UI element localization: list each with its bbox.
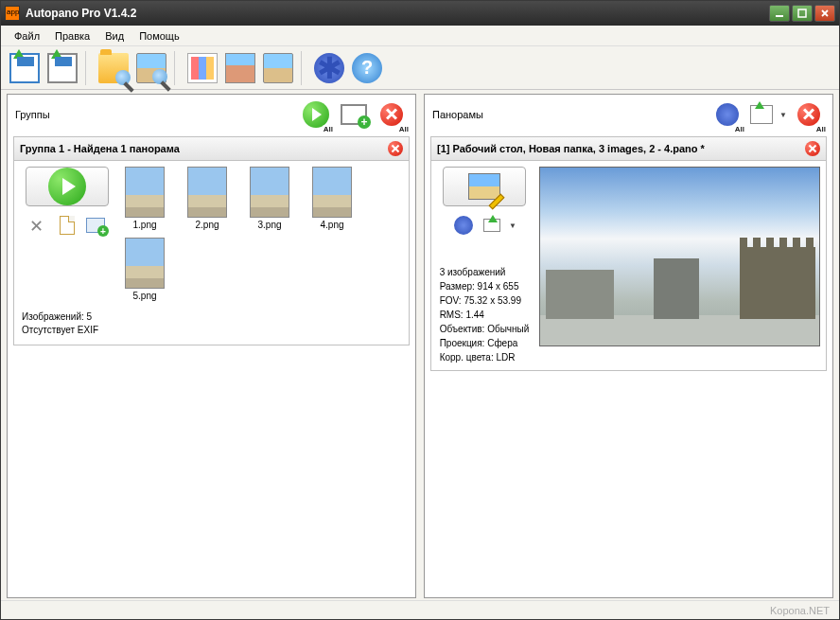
app-icon <box>5 6 20 21</box>
panorama-body: ▼ 3 изображений Размер: 914 x 655 FOV: 7… <box>431 161 826 370</box>
close-panorama-button[interactable] <box>805 141 820 156</box>
render-panorama-button[interactable] <box>452 214 475 237</box>
detect-group-button[interactable] <box>26 167 109 206</box>
groups-label: Группы <box>15 109 50 120</box>
window-buttons <box>769 5 835 22</box>
thumbnail-label: 2.png <box>195 220 219 230</box>
panorama-preview[interactable] <box>539 167 820 346</box>
thumbnail[interactable]: 3.png <box>247 167 292 230</box>
group-tool-row <box>27 214 107 237</box>
preview-building <box>654 258 699 319</box>
toolbar-separator <box>174 51 180 85</box>
close-group-button[interactable] <box>388 141 403 156</box>
thumbnail-label: 5.png <box>132 291 156 301</box>
save-template-button[interactable] <box>44 50 80 86</box>
panorama-title: [1] Рабочий стол, Новая папка, 3 images,… <box>437 143 705 154</box>
group-title: Группа 1 - Найдена 1 панорама <box>20 143 180 154</box>
view-strip-button[interactable] <box>222 50 258 86</box>
thumbnail-image <box>125 167 165 218</box>
panorama-box: [1] Рабочий стол, Новая папка, 3 images,… <box>430 136 827 371</box>
preview-building <box>546 270 614 319</box>
thumbnail[interactable]: 2.png <box>184 167 230 230</box>
group-footer: Изображений: 5 Отсутствует EXIF <box>14 307 409 345</box>
info-lens: Объектив: Обычный <box>440 322 530 336</box>
export-button[interactable] <box>749 102 774 127</box>
info-size: Размер: 914 x 655 <box>440 279 530 293</box>
work-area: Группы All All Группа 1 - Найдена 1 пано… <box>1 90 839 600</box>
group-settings-button[interactable] <box>27 214 50 237</box>
main-toolbar <box>1 46 839 90</box>
thumbnail[interactable]: 5.png <box>122 238 167 301</box>
panoramas-panel-header: Панорамы All ▼ All <box>425 95 832 134</box>
view-pano-button[interactable] <box>260 50 296 86</box>
panoramas-panel: Панорамы All ▼ All [1] Рабочий стол, Нов… <box>424 94 833 598</box>
settings-button[interactable] <box>311 50 347 86</box>
info-rms: RMS: 1.44 <box>440 308 530 322</box>
render-all-button[interactable]: All <box>711 98 744 131</box>
statusbar: Kopona.NET <box>1 600 839 619</box>
thumbnail-image <box>250 167 289 218</box>
titlebar: Autopano Pro V1.4.2 <box>1 1 839 26</box>
thumbnail-label: 4.png <box>320 220 343 230</box>
thumbnail-label: 3.png <box>257 220 281 230</box>
panoramas-label: Панорамы <box>432 109 483 120</box>
export-panorama-dropdown-icon[interactable]: ▼ <box>509 214 516 237</box>
export-dropdown-icon[interactable]: ▼ <box>779 111 787 119</box>
panorama-controls: ▼ 3 изображений Размер: 914 x 655 FOV: 7… <box>437 167 532 364</box>
help-button[interactable] <box>349 50 385 86</box>
export-panorama-button[interactable] <box>481 214 503 237</box>
new-group-button[interactable] <box>338 98 370 131</box>
group-exif-status: Отсутствует EXIF <box>22 324 401 337</box>
svg-rect-1 <box>798 9 806 17</box>
groups-panel: Группы All All Группа 1 - Найдена 1 пано… <box>7 94 416 598</box>
group-thumbnails: 1.png 2.png 3.png 4.png 5.png <box>122 167 403 301</box>
close-button[interactable] <box>814 5 835 22</box>
group-title-bar: Группа 1 - Найдена 1 панорама <box>14 137 409 161</box>
thumbnail-label: 1.png <box>132 220 156 230</box>
add-images-button[interactable] <box>84 214 107 237</box>
window-title: Autopano Pro V1.4.2 <box>26 7 769 20</box>
delete-all-panos-button[interactable]: All <box>793 98 825 131</box>
groups-panel-header: Группы All All <box>8 95 415 134</box>
open-folder-button[interactable] <box>96 50 131 86</box>
panorama-title-bar: [1] Рабочий стол, Новая папка, 3 images,… <box>431 137 826 161</box>
svg-rect-0 <box>776 15 783 17</box>
panorama-tool-row: ▼ <box>452 214 516 237</box>
thumbnail[interactable]: 1.png <box>122 167 167 230</box>
menu-file[interactable]: Файл <box>7 28 47 44</box>
delete-all-groups-button[interactable]: All <box>376 98 408 131</box>
group-controls <box>20 167 114 301</box>
edit-panorama-button[interactable] <box>443 167 526 206</box>
info-image-count: 3 изображений <box>440 265 530 279</box>
maximize-button[interactable] <box>792 5 813 22</box>
open-image-button[interactable] <box>133 50 169 86</box>
menu-help[interactable]: Помощь <box>131 28 187 44</box>
menubar: Файл Правка Вид Помощь <box>1 26 839 46</box>
preview-ground <box>540 315 819 345</box>
thumbnail[interactable]: 4.png <box>309 167 355 230</box>
toolbar-separator <box>301 51 306 85</box>
thumbnail-image <box>187 167 227 218</box>
watermark-text: Kopona.NET <box>770 605 830 616</box>
info-fov: FOV: 75.32 x 53.99 <box>440 293 530 308</box>
preview-building <box>740 247 815 319</box>
main-window: Autopano Pro V1.4.2 Файл Правка Вид Помо… <box>0 0 840 620</box>
group-image-count: Изображений: 5 <box>22 310 401 324</box>
view-grid-button[interactable] <box>184 50 220 86</box>
save-project-button[interactable] <box>7 50 43 86</box>
group-box: Группа 1 - Найдена 1 панорама 1.png <box>13 136 410 345</box>
menu-view[interactable]: Вид <box>97 28 131 44</box>
toolbar-separator <box>85 51 91 85</box>
thumbnail-image <box>312 167 352 218</box>
detect-all-button[interactable]: All <box>300 98 332 131</box>
group-body: 1.png 2.png 3.png 4.png 5.png <box>14 161 409 307</box>
group-properties-button[interactable] <box>56 214 79 237</box>
info-projection: Проекция: Сфера <box>440 336 530 350</box>
menu-edit[interactable]: Правка <box>47 28 97 44</box>
thumbnail-image <box>125 238 165 289</box>
minimize-button[interactable] <box>769 5 790 22</box>
info-color-correction: Корр. цвета: LDR <box>440 350 530 364</box>
panorama-info: 3 изображений Размер: 914 x 655 FOV: 75.… <box>440 265 530 364</box>
